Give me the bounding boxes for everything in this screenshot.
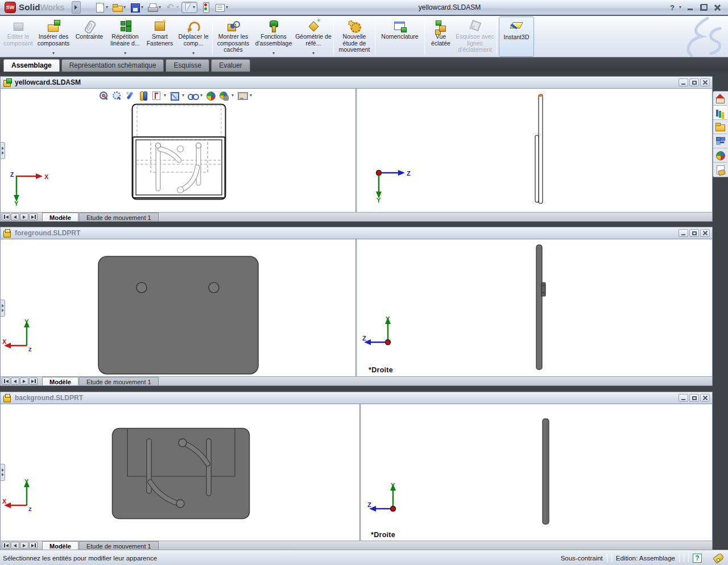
taskpane-custom-properties-tab[interactable]	[713, 163, 727, 177]
taskpane-appearances-tab[interactable]	[713, 148, 727, 163]
interference-light-button[interactable]	[199, 1, 212, 14]
prev-tab-button[interactable]	[11, 213, 19, 221]
print-dropdown-caret[interactable]: ▾	[159, 5, 161, 10]
ribbon-smart-fasteners[interactable]: Smart Fasteners	[143, 16, 176, 57]
rotate-view-icon[interactable]	[125, 90, 135, 101]
ribbon-linear-pattern[interactable]: Répétition linéaire d... ▾	[107, 16, 143, 57]
tab-evaluer[interactable]: Evaluer	[211, 59, 250, 72]
quick-tips-help-button[interactable]: ?	[693, 554, 702, 563]
assembly-front-view-geometry[interactable]	[131, 103, 227, 201]
zoom-to-area-icon[interactable]	[111, 90, 122, 101]
model-tab[interactable]: Modèle	[42, 213, 78, 221]
new-document-button[interactable]: ▾	[93, 1, 109, 14]
view-settings-icon[interactable]	[237, 90, 247, 101]
ribbon-reference-geometry[interactable]: Géométrie de réfé... ▾	[295, 16, 332, 57]
next-tab-button[interactable]	[20, 213, 28, 221]
window1-minimize-button[interactable]	[679, 78, 688, 86]
window3-close-button[interactable]	[700, 394, 710, 402]
hide-show-items-caret[interactable]: ▾	[200, 93, 202, 98]
window2-titlebar[interactable]: foreground.SLDPRT	[1, 227, 712, 239]
motion-study-tab[interactable]: Etude de mouvement 1	[79, 541, 159, 550]
zoom-to-fit-icon[interactable]	[98, 90, 109, 101]
app-restore-button[interactable]	[698, 3, 709, 12]
model-tab[interactable]: Modèle	[42, 541, 78, 550]
appearances-icon[interactable]	[205, 90, 216, 101]
tab-representation-schematique[interactable]: Représentation schématique	[61, 59, 164, 72]
background-front-view-geometry[interactable]	[111, 427, 250, 520]
ribbon-mate[interactable]: Contrainte	[72, 16, 107, 57]
viewport-assembly-front[interactable]: ▾ ▾ ▾ ▾ ▾	[1, 89, 355, 212]
assembly-features-caret[interactable]: ▾	[272, 51, 275, 57]
first-tab-button[interactable]	[2, 377, 10, 385]
ribbon-assembly-features[interactable]: Fonctions d'assemblage ▾	[252, 16, 295, 57]
window3-minimize-button[interactable]	[679, 394, 688, 402]
viewport-background-front[interactable]: Y X Z	[1, 404, 359, 541]
tab-assemblage[interactable]: Assemblage	[3, 59, 60, 72]
ribbon-exploded-view[interactable]: Vue éclatée	[427, 16, 455, 57]
foreground-front-view-geometry[interactable]	[97, 255, 260, 376]
ribbon-insert-components[interactable]: Insérer des composants ▾	[35, 16, 72, 57]
viewport-background-side[interactable]: Y Z *Droite	[361, 404, 712, 541]
window2-maximize-button[interactable]	[689, 229, 699, 237]
tag-icon[interactable]	[713, 552, 725, 564]
move-component-caret[interactable]: ▾	[192, 51, 195, 57]
app-minimize-button[interactable]	[685, 3, 695, 12]
model-tab[interactable]: Modèle	[42, 377, 78, 385]
next-tab-button[interactable]	[20, 377, 28, 385]
next-tab-button[interactable]	[20, 542, 28, 549]
linear-pattern-caret[interactable]: ▾	[124, 51, 126, 57]
background-side-view-geometry[interactable]	[539, 418, 553, 526]
motion-study-tab[interactable]: Etude de mouvement 1	[79, 377, 159, 385]
taskpane-view-palette-tab[interactable]	[713, 134, 727, 148]
window2-close-button[interactable]	[700, 229, 710, 237]
viewport-foreground-side[interactable]: Y Z *Droite	[357, 239, 712, 376]
hide-show-items-icon[interactable]	[187, 90, 197, 101]
window3-maximize-button[interactable]	[689, 394, 699, 402]
apply-scene-caret[interactable]: ▾	[231, 93, 234, 98]
taskpane-file-explorer-tab[interactable]	[713, 120, 727, 134]
feature-panel-collapse-handle[interactable]	[1, 300, 5, 317]
viewport-foreground-front[interactable]: Y X Z	[1, 239, 355, 376]
prev-tab-button[interactable]	[11, 377, 19, 385]
print-button[interactable]: ▾	[146, 1, 162, 14]
taskpane-resources-tab[interactable]	[713, 92, 727, 106]
view-settings-caret[interactable]: ▾	[250, 93, 252, 98]
assembly-side-view-geometry[interactable]	[531, 92, 548, 207]
feature-panel-collapse-handle[interactable]	[1, 142, 5, 159]
view-orientation-caret[interactable]: ▾	[164, 93, 166, 98]
options-dropdown-caret[interactable]: ▾	[226, 5, 228, 10]
window1-maximize-button[interactable]	[689, 78, 699, 86]
prev-tab-button[interactable]	[11, 542, 19, 549]
ribbon-instant3d[interactable]: Instant3D	[499, 16, 534, 57]
display-style-icon[interactable]	[169, 90, 179, 101]
app-close-button[interactable]	[712, 3, 722, 12]
foreground-side-view-geometry[interactable]	[532, 244, 548, 371]
section-view-icon[interactable]	[138, 90, 148, 101]
reference-geometry-caret[interactable]: ▾	[312, 51, 315, 57]
save-button[interactable]: ▾	[129, 1, 144, 14]
window3-titlebar[interactable]: background.SLDPRT	[1, 392, 712, 404]
help-dropdown-caret[interactable]: ▾	[679, 5, 681, 10]
motion-study-tab[interactable]: Etude de mouvement 1	[79, 213, 159, 221]
viewport-assembly-side[interactable]: Z Y	[357, 89, 712, 212]
help-button[interactable]: ?	[670, 3, 675, 12]
last-tab-button[interactable]	[29, 542, 38, 549]
first-tab-button[interactable]	[2, 213, 10, 221]
first-tab-button[interactable]	[2, 542, 10, 549]
open-dropdown-caret[interactable]: ▾	[123, 5, 126, 10]
view-orientation-icon[interactable]	[151, 90, 161, 101]
select-tool-button[interactable]: ▾	[181, 2, 197, 13]
display-style-caret[interactable]: ▾	[182, 93, 184, 98]
ribbon-new-motion-study[interactable]: Nouvelle étude de mouvement	[336, 16, 373, 57]
ribbon-bill-of-materials[interactable]: Nomenclature	[377, 16, 423, 57]
ribbon-move-component[interactable]: Déplacer le comp... ▾	[176, 16, 210, 57]
options-button[interactable]: ▾	[213, 1, 229, 14]
window1-titlebar[interactable]: yellowcard.SLDASM	[1, 77, 712, 89]
menu-flyout-button[interactable]	[72, 1, 81, 14]
new-dropdown-caret[interactable]: ▾	[106, 5, 108, 10]
open-button[interactable]: ▾	[111, 1, 127, 14]
ribbon-show-hidden-components[interactable]: Montrer les composants cachés	[214, 16, 252, 57]
feature-panel-collapse-handle[interactable]	[1, 464, 5, 481]
tab-esquisse[interactable]: Esquisse	[166, 59, 209, 72]
select-dropdown-caret[interactable]: ▾	[193, 5, 195, 10]
